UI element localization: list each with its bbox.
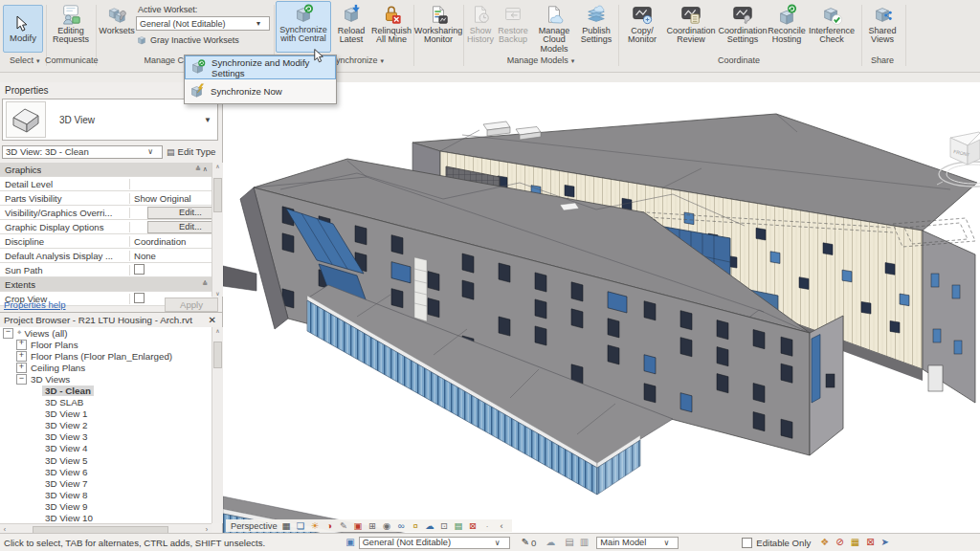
scroll-left-icon[interactable]: ‹ xyxy=(0,526,10,533)
show-crop-icon[interactable]: ⊞ xyxy=(368,521,378,531)
shadows-icon[interactable]: ◑ xyxy=(324,521,335,531)
sun-path-checkbox[interactable] xyxy=(134,264,145,275)
tree-item-3d-view-3[interactable]: 3D View 3 xyxy=(0,431,212,443)
collapse-icon[interactable] xyxy=(3,328,13,339)
menu-item-synchronize-now[interactable]: Synchronize Now xyxy=(185,79,336,103)
close-icon[interactable]: ✕ xyxy=(209,315,216,325)
worksharing-display-icon[interactable]: ☁ xyxy=(425,521,435,531)
coordination-review-button[interactable]: Coordination Review xyxy=(668,3,714,45)
worksharing-panel-icon[interactable]: ▤ xyxy=(565,538,573,547)
tree-item-floor-plans-enlarged[interactable]: Floor Plans (Floor Plan_Enlarged) xyxy=(0,350,212,362)
view-scale-label[interactable]: Perspective xyxy=(231,521,278,531)
sun-path-icon[interactable]: ☀ xyxy=(310,521,321,531)
reconcile-hosting-button[interactable]: Reconcile Hosting xyxy=(768,3,806,45)
graphic-display-edit-button[interactable]: Edit... xyxy=(147,221,212,233)
manage-models-group-label[interactable]: Manage Models xyxy=(498,55,584,65)
collapse-icon[interactable] xyxy=(16,374,27,385)
expand-icon[interactable] xyxy=(16,363,27,373)
default-analysis-value[interactable]: None xyxy=(130,251,212,261)
select-underlay-icon[interactable]: ⊘ xyxy=(835,538,843,547)
view-selector-combo[interactable]: 3D View: 3D - Clean ∨ xyxy=(2,145,163,159)
graphics-section-header[interactable]: Graphics ≙ ∧ xyxy=(0,163,212,177)
collapse-icon[interactable]: ‹ xyxy=(497,521,507,531)
parts-visibility-value[interactable]: Show Original xyxy=(130,193,212,204)
copy-monitor-button[interactable]: Copy/ Monitor xyxy=(622,3,662,45)
editing-requests-icon[interactable]: ✎ xyxy=(522,538,529,547)
building-model[interactable]: FRONT xyxy=(223,82,980,534)
gray-inactive-worksets-button[interactable]: Gray Inactive Worksets xyxy=(136,34,270,46)
tree-item-floor-plans[interactable]: Floor Plans xyxy=(0,339,212,350)
rendering-icon[interactable]: ✎ xyxy=(339,521,349,531)
shared-views-button[interactable]: Shared Views xyxy=(863,3,902,45)
type-selector[interactable]: 3D View ▼ xyxy=(2,99,218,141)
tree-item-3d-view-7[interactable]: 3D View 7 xyxy=(0,477,212,489)
drag-elements-icon[interactable]: ➤ xyxy=(881,538,889,547)
show-history-button[interactable]: Show History xyxy=(466,3,495,45)
tree-item-3d-clean[interactable]: 3D - Clean xyxy=(0,385,212,396)
cloud-status-icon[interactable]: ☁ xyxy=(546,538,555,547)
reload-latest-button[interactable]: Reload Latest xyxy=(335,3,368,45)
chevron-down-icon[interactable]: ▼ xyxy=(204,116,212,124)
interference-check-button[interactable]: Interference Check xyxy=(808,3,856,45)
synchronize-with-central-button[interactable]: Synchronize with Central xyxy=(276,1,331,53)
constraints-icon[interactable]: ⊠ xyxy=(468,521,479,531)
render-dialog-icon[interactable]: ▦ xyxy=(281,521,292,531)
synchronize-group-label[interactable]: Synchronize xyxy=(328,55,386,65)
edit-type-button[interactable]: ▤ Edit Type xyxy=(167,146,215,157)
scrollbar-thumb[interactable] xyxy=(213,178,222,212)
temporary-properties-icon[interactable]: ⊡ xyxy=(439,521,450,531)
restore-backup-button[interactable]: Restore Backup xyxy=(497,3,529,45)
tree-item-ceiling-plans[interactable]: Ceiling Plans xyxy=(0,362,212,373)
collapse-section-icon[interactable]: ≙ xyxy=(202,280,208,288)
tree-item-3d-view-6[interactable]: 3D View 6 xyxy=(0,466,212,477)
relinquish-all-mine-button[interactable]: Relinquish All Mine xyxy=(369,3,413,45)
tree-item-3d-view-2[interactable]: 3D View 2 xyxy=(0,420,212,431)
editable-only-checkbox[interactable] xyxy=(742,538,752,548)
worksharing-monitor-button[interactable]: Worksharing Monitor xyxy=(415,3,461,45)
design-option-select[interactable]: Main Model ∨ xyxy=(596,537,679,549)
locked-view-icon[interactable]: ◉ xyxy=(382,521,392,531)
tree-item-3d-view-10[interactable]: 3D View 10 xyxy=(0,513,212,524)
visibility-graphics-edit-button[interactable]: Edit... xyxy=(147,207,212,219)
crop-region-icon[interactable]: ▣ xyxy=(353,521,364,531)
properties-help-link[interactable]: Properties help xyxy=(4,299,66,310)
modify-button[interactable]: Modify xyxy=(3,5,43,53)
select-pinned-icon[interactable]: ▦ xyxy=(851,538,859,547)
tree-item-3d-view-4[interactable]: 3D View 4 xyxy=(0,443,212,454)
publish-settings-button[interactable]: Publish Settings xyxy=(578,3,614,45)
temporary-hide-icon[interactable]: ∞ xyxy=(396,521,407,531)
tree-item-3d-view-1[interactable]: 3D View 1 xyxy=(0,408,212,420)
scroll-right-icon[interactable]: › xyxy=(202,526,212,533)
tree-item-views[interactable]: ⌖Views (all) xyxy=(0,327,212,339)
tree-item-3d-slab[interactable]: 3D SLAB xyxy=(0,397,212,408)
select-links-icon[interactable]: ❖ xyxy=(820,538,829,547)
project-browser-header[interactable]: Project Browser - R21 LTU Housing - Arch… xyxy=(0,312,222,326)
select-faces-icon[interactable]: ⊠ xyxy=(866,538,874,547)
tree-item-3d-view-5[interactable]: 3D View 5 xyxy=(0,454,212,466)
visual-style-icon[interactable]: ❏ xyxy=(296,521,306,531)
drawing-area[interactable]: FRONT Perspective ▦ ❏ ☀ ◑ ✎ ▣ ⊞ ◉ ∞ ¤ ☁ … xyxy=(223,82,980,534)
browser-scrollbar[interactable]: ∧ xyxy=(212,327,223,523)
tree-item-3d-view-8[interactable]: 3D View 8 xyxy=(0,489,212,500)
editing-requests-button[interactable]: Editing Requests xyxy=(48,3,94,45)
expand-icon[interactable] xyxy=(16,340,27,350)
tree-item-3d-view-9[interactable]: 3D View 9 xyxy=(0,500,212,512)
collapse-section-icon[interactable]: ≙ ∧ xyxy=(195,165,208,173)
more-icon[interactable]: · xyxy=(482,521,493,531)
expand-icon[interactable] xyxy=(16,351,27,362)
properties-scrollbar[interactable]: ∧∨ xyxy=(212,163,223,297)
scrollbar-thumb[interactable] xyxy=(213,342,222,368)
extents-section-header[interactable]: Extents ≙ xyxy=(0,277,212,292)
reveal-hidden-icon[interactable]: ¤ xyxy=(411,521,421,531)
analytical-model-icon[interactable]: ▤ xyxy=(454,521,464,531)
manage-cloud-models-button[interactable]: Manage Cloud Models xyxy=(532,3,576,54)
active-workset-select[interactable]: General (Not Editable) ▾ xyxy=(136,16,270,31)
discipline-value[interactable]: Coordination xyxy=(130,236,212,247)
select-group-label[interactable]: Select xyxy=(10,55,40,65)
model-panel-icon[interactable]: ▥ xyxy=(580,538,589,547)
worksets-button[interactable]: Worksets xyxy=(98,3,136,35)
workset-status-select[interactable]: General (Not Editable) ∨ xyxy=(359,537,510,549)
coordination-settings-button[interactable]: Coordination Settings xyxy=(720,3,766,45)
tree-item-3d-views[interactable]: 3D Views xyxy=(0,373,212,385)
apply-button[interactable]: Apply xyxy=(165,298,218,312)
